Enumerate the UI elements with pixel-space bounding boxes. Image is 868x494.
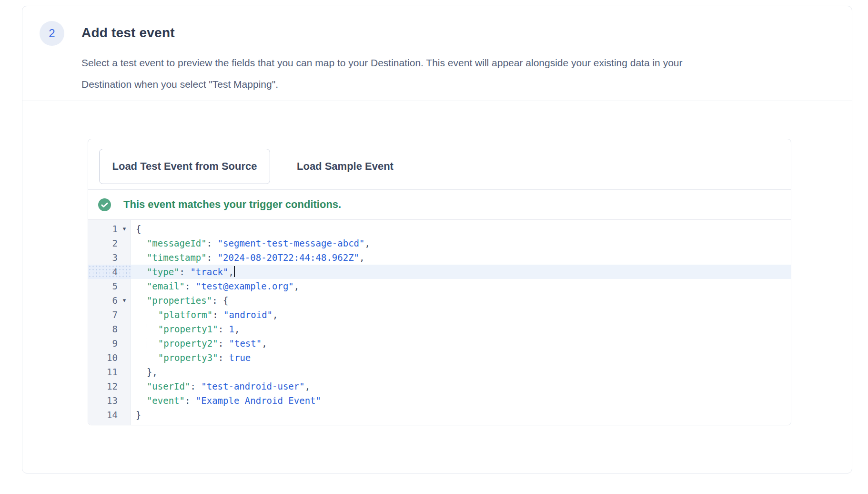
line-number: 12 [88,379,118,393]
gutter-cell: 5 [88,279,131,293]
fold-spacer [118,279,131,293]
fold-spacer [118,365,131,379]
gutter-cell: 7 [88,308,131,322]
fold-arrow-icon[interactable]: ▾ [118,293,131,308]
fold-spacer [118,336,131,350]
code-line[interactable]: 5 "email": "test@example.org", [88,279,791,293]
check-circle-icon [98,198,111,211]
fold-spacer [118,393,131,408]
code-line[interactable]: 4 "type": "track", [88,265,791,279]
gutter-cell: 1▾ [88,222,131,236]
gutter-cell: 12 [88,379,131,393]
header-divider [22,101,852,101]
code-text: "property3": true [131,350,791,365]
code-text: "property1": 1, [131,322,791,336]
line-number: 3 [88,250,118,265]
code-line[interactable]: 7 "platform": "android", [88,308,791,322]
fold-spacer [118,265,131,279]
code-text: "timestamp": "2024-08-20T22:44:48.962Z", [131,250,791,265]
line-number: 5 [88,279,118,293]
fold-spacer [118,250,131,265]
line-number: 9 [88,336,118,350]
json-code-editor[interactable]: 1▾{2 "messageId": "segment-test-message-… [88,220,791,425]
line-number: 1 [88,222,118,236]
code-text: "email": "test@example.org", [131,279,791,293]
line-number: 11 [88,365,118,379]
gutter-cell: 11 [88,365,131,379]
fold-spacer [118,322,131,336]
line-number: 7 [88,308,118,322]
gutter-cell: 10 [88,350,131,365]
line-number: 2 [88,236,118,250]
code-text: "userId": "test-android-user", [131,379,791,393]
trigger-match-message: This event matches your trigger conditio… [123,198,341,211]
code-line[interactable]: 13 "event": "Example Android Event" [88,393,791,408]
page-title: Add test event [81,25,175,41]
event-toolbar: Load Test Event from Source Load Sample … [88,139,791,189]
gutter-cell: 13 [88,393,131,408]
code-line[interactable]: 8 "property1": 1, [88,322,791,336]
fold-spacer [118,350,131,365]
gutter-cell: 9 [88,336,131,350]
step-description-line2: Destination when you select "Test Mappin… [81,73,834,95]
text-cursor [234,266,235,277]
code-line[interactable]: 2 "messageId": "segment-test-message-abc… [88,236,791,250]
line-number: 10 [88,350,118,365]
line-number: 14 [88,408,118,422]
fold-spacer [118,236,131,250]
code-text: "platform": "android", [131,308,791,322]
load-sample-event-button[interactable]: Load Sample Event [297,160,394,173]
step-description: Select a test event to preview the field… [81,52,834,95]
step-number-badge: 2 [40,21,64,46]
trigger-status-row: This event matches your trigger conditio… [88,190,791,219]
gutter-cell: 8 [88,322,131,336]
test-event-panel: Load Test Event from Source Load Sample … [88,139,791,425]
fold-spacer [118,408,131,422]
fold-spacer [118,379,131,393]
code-text: "type": "track", [131,265,791,279]
step-description-line1: Select a test event to preview the field… [81,52,834,73]
step-number: 2 [49,27,55,40]
code-line[interactable]: 6▾ "properties": { [88,293,791,308]
code-line[interactable]: 1▾{ [88,222,791,236]
gutter-cell: 3 [88,250,131,265]
code-text: "event": "Example Android Event" [131,393,791,408]
gutter-cell: 2 [88,236,131,250]
code-line[interactable]: 11 }, [88,365,791,379]
code-line[interactable]: 3 "timestamp": "2024-08-20T22:44:48.962Z… [88,250,791,265]
code-text: }, [131,365,791,379]
line-number: 4 [88,265,118,279]
code-line[interactable]: 14} [88,408,791,422]
line-number: 6 [88,293,118,308]
gutter-cell: 4 [88,265,131,279]
fold-spacer [118,308,131,322]
gutter-cell: 14 [88,408,131,422]
code-text: { [131,222,791,236]
line-number: 8 [88,322,118,336]
code-text: "messageId": "segment-test-message-abcd"… [131,236,791,250]
code-text: "property2": "test", [131,336,791,350]
code-line[interactable]: 12 "userId": "test-android-user", [88,379,791,393]
add-test-event-card: 2 Add test event Select a test event to … [22,6,852,473]
fold-arrow-icon[interactable]: ▾ [118,222,131,236]
code-text: } [131,408,791,422]
load-test-event-button[interactable]: Load Test Event from Source [99,149,270,184]
code-line[interactable]: 9 "property2": "test", [88,336,791,350]
line-number: 13 [88,393,118,408]
code-text: "properties": { [131,293,791,308]
code-line[interactable]: 10 "property3": true [88,350,791,365]
gutter-cell: 6▾ [88,293,131,308]
